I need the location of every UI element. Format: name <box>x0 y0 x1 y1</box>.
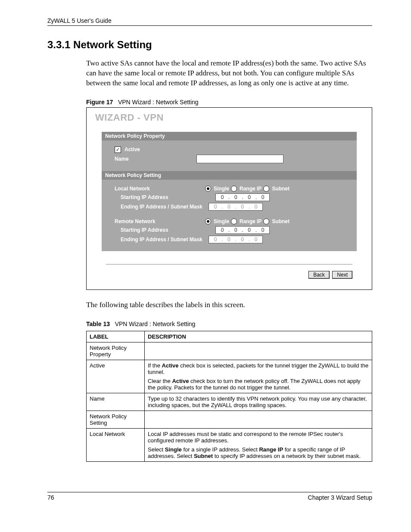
radio-label-range: Range IP <box>240 186 262 192</box>
running-header: ZyWALL 5 User's Guide <box>47 17 372 26</box>
table-title: VPN Wizard : Network Setting <box>115 320 196 327</box>
chapter-label: Chapter 3 Wizard Setup <box>308 494 372 501</box>
next-button[interactable]: Next <box>332 271 352 279</box>
radio-label-single: Single <box>214 186 229 192</box>
figure-caption: Figure 17 VPN Wizard : Network Setting <box>86 99 372 108</box>
local-network-label: Local Network <box>115 186 205 192</box>
table-caption: Table 13 VPN Wizard : Network Setting <box>86 320 372 329</box>
remote-radio-range[interactable] <box>231 218 237 224</box>
table-row: Active If the Active check box is select… <box>87 360 372 393</box>
cell-label: Name <box>87 393 145 411</box>
table-row: Local Network Local IP addresses must be… <box>87 428 372 461</box>
active-label: Active <box>125 146 206 152</box>
page-footer: 76 Chapter 3 Wizard Setup <box>47 492 372 501</box>
section-bar-setting: Network Policy Setting <box>102 171 357 180</box>
cell-label: Network Policy Property <box>87 342 145 360</box>
cell-desc: Local IP addresses must be static and co… <box>145 428 372 461</box>
cell-label: Active <box>87 360 145 393</box>
local-starting-ip-input[interactable]: 0. 0. 0. 0 <box>215 193 270 201</box>
description-table: LABEL DESCRIPTION Network Policy Propert… <box>86 331 372 462</box>
local-radio-range[interactable] <box>231 186 237 192</box>
local-radio-subnet[interactable] <box>263 186 269 192</box>
local-radio-single[interactable] <box>205 186 211 192</box>
cell-desc: If the Active check box is selected, pac… <box>145 360 372 393</box>
table-row: Network Policy Setting <box>87 411 372 428</box>
col-header-description: DESCRIPTION <box>145 331 372 342</box>
active-checkbox[interactable]: ✓ <box>115 146 121 153</box>
cell-desc <box>145 342 372 360</box>
page-number: 76 <box>47 494 54 501</box>
section-heading: 3.3.1 Network Setting <box>47 39 372 51</box>
section-bar-property: Network Policy Property <box>102 132 357 140</box>
intro-paragraph: Two active SAs cannot have the local and… <box>86 59 372 88</box>
radio-label-subnet: Subnet <box>272 186 290 192</box>
remote-ending-ip-input[interactable]: 0. 0. 0. 0 <box>209 236 263 243</box>
name-input[interactable] <box>196 155 283 163</box>
remote-network-label: Remote Network <box>115 218 205 224</box>
table-row: Name Type up to 32 characters to identif… <box>87 393 372 411</box>
back-button[interactable]: Back <box>308 271 330 279</box>
local-ending-ip-input[interactable]: 0. 0. 0. 0 <box>209 203 263 211</box>
remote-radio-single[interactable] <box>205 218 211 224</box>
figure-label: Figure 17 <box>86 99 113 106</box>
remote-starting-ip-label: Starting IP Address <box>115 227 207 233</box>
figure-title: VPN Wizard : Network Setting <box>118 99 199 106</box>
name-label: Name <box>115 156 196 162</box>
radio-label-subnet: Subnet <box>272 218 290 224</box>
local-ending-ip-label: Ending IP Address / Subnet Mask <box>115 204 207 210</box>
cell-label: Network Policy Setting <box>87 411 145 428</box>
local-starting-ip-label: Starting IP Address <box>115 194 207 200</box>
remote-starting-ip-input[interactable]: 0. 0. 0. 0 <box>215 226 270 234</box>
figure-screenshot: WIZARD - VPN Network Policy Property ✓ A… <box>86 108 372 290</box>
cell-label: Local Network <box>87 428 145 461</box>
table-row: Network Policy Property <box>87 342 372 360</box>
radio-label-single: Single <box>214 218 229 224</box>
table-label: Table 13 <box>86 320 110 327</box>
cell-desc: Type up to 32 characters to identify thi… <box>145 393 372 411</box>
remote-radio-subnet[interactable] <box>263 218 269 224</box>
remote-ending-ip-label: Ending IP Address / Subnet Mask <box>115 236 207 243</box>
table-intro-paragraph: The following table describes the labels… <box>86 300 372 310</box>
col-header-label: LABEL <box>87 331 145 342</box>
table-header-row: LABEL DESCRIPTION <box>87 331 372 342</box>
radio-label-range: Range IP <box>240 218 262 224</box>
cell-desc <box>145 411 372 428</box>
wizard-title: WIZARD - VPN <box>95 112 363 123</box>
